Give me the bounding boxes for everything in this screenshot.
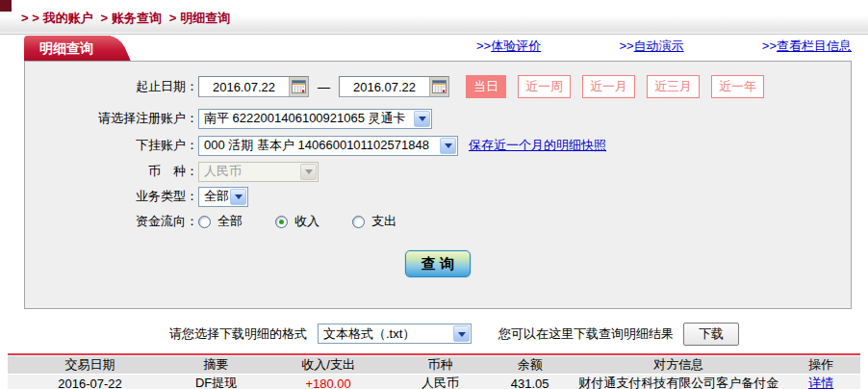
register-account-select[interactable]: 南平 6222001406100921065 灵通卡	[198, 109, 432, 129]
cell-summary: DF提现	[172, 375, 260, 389]
detail-link[interactable]: 详情	[808, 376, 833, 389]
register-account-row: 请选择注册账户： 南平 6222001406100921065 灵通卡	[25, 108, 851, 129]
sub-account-value: 000 活期 基本户 1406600101102571848	[199, 137, 439, 154]
col-header-currency: 币种	[396, 355, 484, 375]
breadcrumb-item-account-query[interactable]: 账务查询	[112, 11, 162, 25]
business-type-row: 业务类型： 全部	[25, 186, 851, 207]
link-experience-rating[interactable]: >>体验评价	[476, 38, 541, 55]
radio-unchecked-icon	[198, 216, 211, 228]
radio-label: 收入	[294, 213, 319, 230]
calendar-icon[interactable]	[429, 77, 448, 96]
table-row: 2016-07-22 DF提现 +180.00 人民币 431.05 财付通支付…	[8, 375, 860, 389]
breadcrumb-prefix: > >	[21, 11, 39, 25]
top-bar: > >我的账户 >账务查询 >明细查询	[0, 0, 868, 35]
link-label: 体验评价	[491, 39, 541, 53]
download-format-select[interactable]: 文本格式（.txt）	[318, 324, 472, 344]
breadcrumb-separator: >	[100, 11, 108, 25]
save-snapshot-link[interactable]: 保存近一个月的明细快照	[469, 137, 606, 154]
col-header-balance: 余额	[484, 355, 575, 375]
cell-balance: 431.05	[484, 375, 575, 389]
fund-flow-row: 资金流向： 全部 收入 支出	[25, 211, 851, 232]
header-links: >>体验评价 >>自动演示 >>查看栏目信息	[476, 38, 852, 55]
cell-amount: +180.00	[260, 375, 396, 389]
query-button-row: 查 询	[25, 250, 851, 277]
corner-square	[0, 0, 12, 12]
col-header-counterparty: 对方信息	[575, 355, 781, 375]
breadcrumb-item-detail-query[interactable]: 明细查询	[180, 11, 230, 25]
currency-label: 币 种：	[25, 163, 198, 180]
breadcrumb-separator: >	[169, 11, 177, 25]
link-view-column-info[interactable]: >>查看栏目信息	[762, 38, 852, 55]
link-prefix: >>	[619, 39, 633, 53]
radio-label: 全部	[217, 213, 243, 230]
chevron-down-icon	[300, 164, 317, 180]
link-label: 查看栏目信息	[777, 39, 852, 53]
start-date-input[interactable]	[199, 77, 289, 96]
download-row: 请您选择下载明细的格式 文本格式（.txt） 您可以在这里下载查询明细结果 下载	[0, 318, 868, 350]
cell-date: 2016-07-22	[8, 375, 172, 389]
register-account-label: 请选择注册账户：	[25, 110, 198, 127]
link-label: 自动演示	[634, 39, 684, 53]
date-range-dash: —	[318, 80, 330, 94]
result-table: 交易日期 摘要 收入/支出 币种 余额 对方信息 操作 2016-07-22 D…	[8, 355, 860, 389]
end-date-input[interactable]	[340, 77, 429, 96]
date-range-row: 起止日期： —	[25, 75, 851, 98]
quick-range-year-button[interactable]: 近一年	[711, 75, 764, 98]
cell-currency: 人民币	[396, 375, 484, 389]
end-date-field[interactable]	[339, 76, 449, 97]
currency-value: 人民币	[199, 163, 299, 180]
sub-account-row: 下挂账户： 000 活期 基本户 1406600101102571848 保存近…	[25, 135, 851, 156]
link-prefix: >>	[762, 39, 777, 53]
detail-query-page: > >我的账户 >账务查询 >明细查询 明细查询 >>体验评价 >>自动演示 >…	[0, 0, 868, 389]
col-header-amount: 收入/支出	[260, 355, 396, 375]
chevron-down-icon	[440, 138, 456, 154]
tab-detail-query: 明细查询	[24, 36, 111, 61]
result-table-area: 交易日期 摘要 收入/支出 币种 余额 对方信息 操作 2016-07-22 D…	[8, 353, 860, 389]
calendar-icon[interactable]	[289, 77, 308, 96]
start-date-field[interactable]	[198, 76, 309, 97]
link-auto-demo[interactable]: >>自动演示	[619, 38, 683, 55]
fund-flow-option-expense[interactable]: 支出	[352, 213, 396, 230]
fund-flow-option-all[interactable]: 全部	[198, 213, 243, 230]
query-form-panel: 起止日期： —	[24, 61, 852, 309]
download-hint-label: 您可以在这里下载查询明细结果	[498, 325, 674, 343]
cell-counterparty: 财付通支付科技有限公司客户备付金	[575, 375, 781, 389]
business-type-value: 全部	[199, 188, 229, 205]
chevron-down-icon	[230, 189, 246, 205]
breadcrumb-item-my-account[interactable]: 我的账户	[43, 11, 93, 25]
quick-range-quarter-button[interactable]: 近三月	[647, 75, 700, 98]
tab-row: 明细查询 >>体验评价 >>自动演示 >>查看栏目信息	[24, 35, 852, 61]
table-header-row: 交易日期 摘要 收入/支出 币种 余额 对方信息 操作	[8, 355, 860, 375]
link-prefix: >>	[476, 39, 491, 53]
radio-label: 支出	[371, 213, 396, 230]
quick-range-today-button[interactable]: 当日	[466, 75, 506, 98]
col-header-date: 交易日期	[8, 355, 172, 375]
chevron-down-icon	[414, 111, 430, 127]
download-format-label: 请您选择下载明细的格式	[169, 325, 307, 343]
download-format-value: 文本格式（.txt）	[319, 325, 452, 343]
radio-unchecked-icon	[352, 216, 365, 228]
date-range-label: 起止日期：	[25, 78, 198, 95]
currency-row: 币 种： 人民币	[25, 161, 851, 182]
col-header-summary: 摘要	[172, 355, 260, 375]
sub-account-select[interactable]: 000 活期 基本户 1406600101102571848	[198, 136, 458, 156]
register-account-value: 南平 6222001406100921065 灵通卡	[199, 110, 413, 127]
query-button[interactable]: 查 询	[405, 250, 471, 277]
download-button[interactable]: 下载	[683, 323, 739, 346]
business-type-select[interactable]: 全部	[198, 187, 248, 207]
quick-range-week-button[interactable]: 近一周	[518, 75, 571, 98]
business-type-label: 业务类型：	[25, 188, 198, 205]
breadcrumb: > >我的账户 >账务查询 >明细查询	[0, 0, 868, 27]
quick-range-month-button[interactable]: 近一月	[582, 75, 635, 98]
col-header-action: 操作	[781, 355, 860, 375]
fund-flow-option-income[interactable]: 收入	[275, 213, 319, 230]
radio-checked-icon	[275, 216, 288, 228]
sub-account-label: 下挂账户：	[25, 137, 198, 154]
currency-select: 人民币	[198, 162, 319, 182]
chevron-down-icon	[453, 325, 470, 342]
fund-flow-label: 资金流向：	[25, 213, 198, 230]
